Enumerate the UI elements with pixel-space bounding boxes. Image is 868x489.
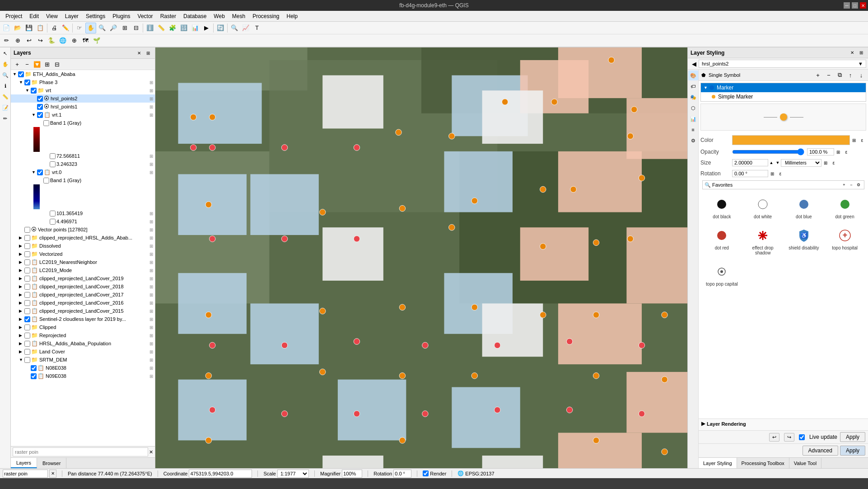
close-button[interactable]: ✕ xyxy=(860,2,866,9)
color-data-button[interactable]: ⊞ xyxy=(850,136,858,144)
tree-item-land_cover[interactable]: ▶📁Land Cover⊞ xyxy=(11,348,155,356)
menu-item-settings[interactable]: Settings xyxy=(82,12,109,20)
menu-item-web[interactable]: Web xyxy=(210,12,228,20)
render-undo-button[interactable]: ↩ xyxy=(769,433,779,442)
check-vectorized[interactable] xyxy=(24,251,30,257)
check-n09e038[interactable] xyxy=(31,373,37,379)
tree-arrow-srtm[interactable]: ▼ xyxy=(19,357,24,362)
check-vrt1[interactable] xyxy=(37,112,43,118)
tool-zoom[interactable]: 🔍 xyxy=(0,70,10,80)
pan-button[interactable]: ✋ xyxy=(85,23,96,33)
check-srtm[interactable] xyxy=(24,357,30,363)
menu-item-layer[interactable]: Layer xyxy=(61,12,82,20)
tree-arrow-phase3[interactable]: ▼ xyxy=(19,80,24,85)
tree-item-val101[interactable]: 101.365419⊞ xyxy=(11,209,155,217)
menu-item-vector[interactable]: Vector xyxy=(134,12,157,20)
python-button[interactable]: 🐍 xyxy=(46,35,57,46)
coordinate-input[interactable] xyxy=(189,470,252,478)
options-val72[interactable]: ⊞ xyxy=(149,154,153,159)
tree-item-val3[interactable]: 3.246323⊞ xyxy=(11,160,155,168)
select-button[interactable]: ☞ xyxy=(74,23,85,33)
options-vecpts[interactable]: ⊞ xyxy=(149,227,153,232)
check-lc2019m[interactable] xyxy=(24,268,30,273)
bottom-apply-button[interactable]: Apply xyxy=(840,446,865,456)
earth-button[interactable]: 🌐 xyxy=(57,35,68,46)
options-val4[interactable]: ⊞ xyxy=(149,219,153,224)
redo-button[interactable]: ↪ xyxy=(35,35,46,46)
size-up-button[interactable]: ▲ xyxy=(768,160,775,166)
tab-layers[interactable]: Layers xyxy=(11,458,37,468)
check-hrsl_pop[interactable] xyxy=(24,341,30,347)
check-clipped2018[interactable] xyxy=(24,284,30,290)
check-clipped_rep[interactable] xyxy=(24,235,30,241)
styling-icon-diagram[interactable]: 📊 xyxy=(688,114,698,124)
tree-item-vrt[interactable]: ▼📁vrt⊞ xyxy=(11,86,155,94)
tree-arrow-vrt[interactable]: ▼ xyxy=(25,88,31,93)
layers-remove-button[interactable]: − xyxy=(23,60,32,69)
tree-item-clipped_rep[interactable]: ▶📁clipped_reprojected_HRSL_Addis_Abab...… xyxy=(11,234,155,242)
live-update-checkbox[interactable] xyxy=(799,434,805,440)
check-clipped2019[interactable] xyxy=(24,276,30,282)
check-val4[interactable] xyxy=(50,219,56,225)
action-button[interactable]: ▶ xyxy=(201,23,212,33)
check-sentinel[interactable] xyxy=(24,316,30,322)
options-dissolved[interactable]: ⊞ xyxy=(149,244,153,249)
renderer-add-button[interactable]: + xyxy=(814,71,822,79)
magnifier-input[interactable] xyxy=(342,470,362,478)
tree-item-val4[interactable]: 4.496971⊞ xyxy=(11,217,155,226)
options-clipped2015[interactable]: ⊞ xyxy=(149,309,153,314)
layers-collapse-button[interactable]: ⊟ xyxy=(52,60,61,69)
size-down-button[interactable]: ▼ xyxy=(775,160,781,166)
tree-item-clipped2019[interactable]: ▶📋clipped_reprojected_LandCover_2019⊞ xyxy=(11,274,155,282)
render-checkbox[interactable] xyxy=(423,470,429,476)
menu-item-project[interactable]: Project xyxy=(2,12,26,20)
tree-arrow-hrsl_pop[interactable]: ▶ xyxy=(19,341,24,346)
tree-item-srtm[interactable]: ▼📁SRTM_DEM⊞ xyxy=(11,356,155,364)
tree-item-reprojected[interactable]: ▶📁Reprojected⊞ xyxy=(11,331,155,339)
color-swatch[interactable] xyxy=(732,135,850,145)
check-clipped_g[interactable] xyxy=(24,324,30,330)
tree-item-phase3[interactable]: ▼📁Phase 3⊞ xyxy=(11,78,155,86)
options-n09e038[interactable]: ⊞ xyxy=(149,374,153,379)
styling-float-button[interactable]: ⊞ xyxy=(857,49,865,57)
refresh-button[interactable]: 🔄 xyxy=(215,23,226,33)
snapping-button[interactable]: ⊕ xyxy=(12,35,23,46)
rotation-expr-button[interactable]: ε xyxy=(776,169,784,178)
styling-tab-value-tool[interactable]: Value Tool xyxy=(789,458,821,468)
renderer-down-button[interactable]: ↓ xyxy=(857,71,865,79)
opacity-data-button[interactable]: ⊞ xyxy=(834,148,842,156)
tool-pan[interactable]: ✋ xyxy=(0,59,10,69)
symbol-tree-simple-marker[interactable]: Simple Marker xyxy=(701,92,866,101)
options-val3[interactable]: ⊞ xyxy=(149,162,153,167)
search-clear-icon[interactable]: ✕ xyxy=(149,449,153,455)
print-button[interactable]: 🖨 xyxy=(49,23,60,33)
layers-search-input[interactable] xyxy=(13,447,148,456)
check-vecpts[interactable] xyxy=(24,227,30,233)
tree-arrow-clipped2019[interactable]: ▶ xyxy=(19,276,24,281)
layer-rendering-header[interactable]: ▶ Layer Rendering xyxy=(701,421,865,427)
tree-item-hrsl_pop[interactable]: ▶📋HRSL_Addis_Ababa_Population⊞ xyxy=(11,339,155,348)
grass-button[interactable]: 🌱 xyxy=(91,35,102,46)
symbol-cell-dot_red[interactable]: dot red xyxy=(702,224,742,259)
tree-arrow-vectorized[interactable]: ▶ xyxy=(19,252,24,256)
tree-item-n09e038[interactable]: 📋N09E038⊞ xyxy=(11,372,155,380)
tool-select[interactable]: ↖ xyxy=(0,48,10,58)
check-band1g2[interactable] xyxy=(43,178,49,183)
favorites-settings-button[interactable]: ⚙ xyxy=(855,181,862,188)
layers-filter-button[interactable]: 🔽 xyxy=(33,60,42,69)
tree-item-hrsl1[interactable]: ⦿hrsl_points1⊞ xyxy=(11,103,155,111)
tree-item-clipped2015[interactable]: ▶📋clipped_reprojected_LandCover_2015⊞ xyxy=(11,307,155,315)
tree-item-clipped2017[interactable]: ▶📋clipped_reprojected_LandCover_2017⊞ xyxy=(11,291,155,299)
layers-close-button[interactable]: ✕ xyxy=(135,49,143,57)
save-project-button[interactable]: 💾 xyxy=(23,23,34,33)
styling-tab-layer-styling[interactable]: Layer Styling xyxy=(699,458,737,468)
favorites-remove-button[interactable]: − xyxy=(848,181,855,188)
tree-item-clipped_g[interactable]: ▶📁Clipped⊞ xyxy=(11,323,155,331)
tree-arrow-clipped2018[interactable]: ▶ xyxy=(19,284,24,289)
options-vrt[interactable]: ⊞ xyxy=(149,88,153,93)
check-clipped2016[interactable] xyxy=(24,300,30,306)
tree-item-sentinel[interactable]: ▶📋Sentinel-2 cloudless layer for 2019 by… xyxy=(11,315,155,323)
size-unit-select[interactable]: Millimeters Pixels Points xyxy=(781,159,821,167)
tool-digitize[interactable]: ✏ xyxy=(0,113,10,123)
tree-item-lc2019nn[interactable]: ▶📋LC2019_NearestNeighbor⊞ xyxy=(11,258,155,266)
